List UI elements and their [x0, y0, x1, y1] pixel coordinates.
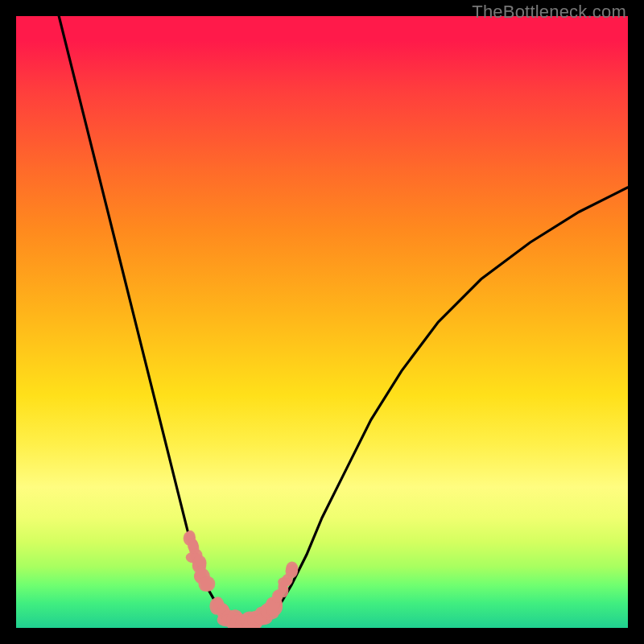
bottleneck-curve	[16, 16, 628, 628]
watermark-text: TheBottleneck.com	[472, 2, 626, 23]
svg-point-59	[282, 578, 291, 586]
chart-frame: TheBottleneck.com	[0, 0, 644, 644]
curve-main	[59, 16, 628, 623]
pink-marker-left	[184, 530, 216, 592]
svg-point-62	[286, 562, 298, 576]
svg-point-17	[199, 577, 213, 592]
pink-marker-bottom	[209, 597, 283, 628]
